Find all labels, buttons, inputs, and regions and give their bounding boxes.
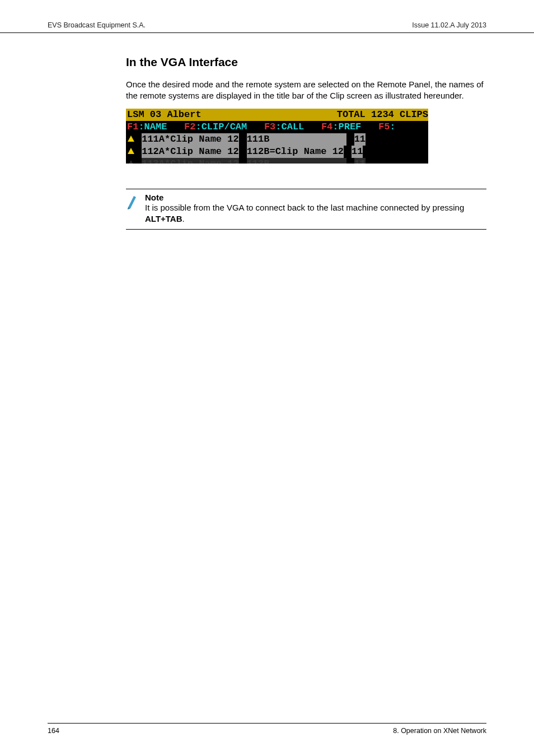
note-pencil-icon [126,193,138,225]
clip-112b-name: =Clip Name 12 [269,146,344,158]
header-right: Issue 11.02.A July 2013 [412,21,486,29]
page-number: 164 [48,727,59,735]
page-footer: 164 8. Operation on XNet Network [48,723,486,735]
note-text: Note It is possible from the VGA to conn… [145,193,486,225]
section-heading: In the VGA Interface [126,55,486,69]
page-header: EVS Broadcast Equipment S.A. Issue 11.02… [0,0,534,33]
terminal-cutoff-row: 113A*Clip Name 12113B11 [126,158,428,164]
clip-11-right-2: 11 [352,146,363,158]
dim-cell-4: 11 [354,158,366,164]
triangle-icon [128,136,134,142]
clip-11-right: 11 [354,133,366,146]
clip-111b-id: 111B [247,133,346,146]
note-block: Note It is possible from the VGA to conn… [126,189,486,230]
f1-label: F1 [126,121,138,133]
f5-value: : [390,121,395,133]
clip-112a-name: *Clip Name 12 [165,146,239,158]
note-body-bold: ALT+TAB [145,214,182,223]
terminal-title-row: LSM 03 Albert TOTAL 1234 CLIPS [126,109,428,121]
clip-111a-name: *Clip Name 12 [165,133,239,146]
footer-section: 8. Operation on XNet Network [393,727,486,735]
dim-cell-2: ame 12 [204,158,238,164]
f3-label: F3 [264,121,275,133]
note-body: It is possible from the VGA to connect b… [145,202,486,225]
f2-label: F2 [184,121,195,133]
f2-value: :CLIP/CAM [195,121,247,133]
dim-cell-3: 113B [247,158,346,164]
dim-cell-1: 113A*Clip N [142,158,204,164]
header-left: EVS Broadcast Equipment S.A. [48,21,146,29]
triangle-icon-dim [128,160,134,164]
clip-111a-id: 111A [142,133,165,146]
f3-value: :CALL [275,121,304,133]
terminal-title-left: LSM 03 Albert [126,109,294,121]
f4-value: :PREF [332,121,361,133]
clip-112b-id: 112B [247,146,270,158]
terminal-fkeys-row: F1:NAME F2:CLIP/CAM F3:CALL F4:PREF F5: [126,121,428,133]
clip-112a-id: 112A [142,146,165,158]
note-title: Note [145,193,486,202]
triangle-icon [128,148,134,154]
note-body-post: . [182,214,185,223]
terminal-title-right: TOTAL 1234 CLIPS [294,109,428,121]
f4-label: F4 [321,121,332,133]
terminal-clip-row-1: 111A*Clip Name 12111B11 [126,133,428,146]
content-area: In the VGA Interface Once the desired mo… [0,55,534,230]
f1-value: :NAME [138,121,167,133]
note-body-pre: It is possible from the VGA to connect b… [145,203,464,212]
vga-terminal-screenshot: LSM 03 Albert TOTAL 1234 CLIPS F1:NAME F… [126,109,428,164]
f5-label: F5 [378,121,390,133]
terminal-clip-row-2: 112A*Clip Name 12112B=Clip Name 1211 [126,146,428,158]
intro-paragraph: Once the desired mode and the remote sys… [126,79,486,102]
